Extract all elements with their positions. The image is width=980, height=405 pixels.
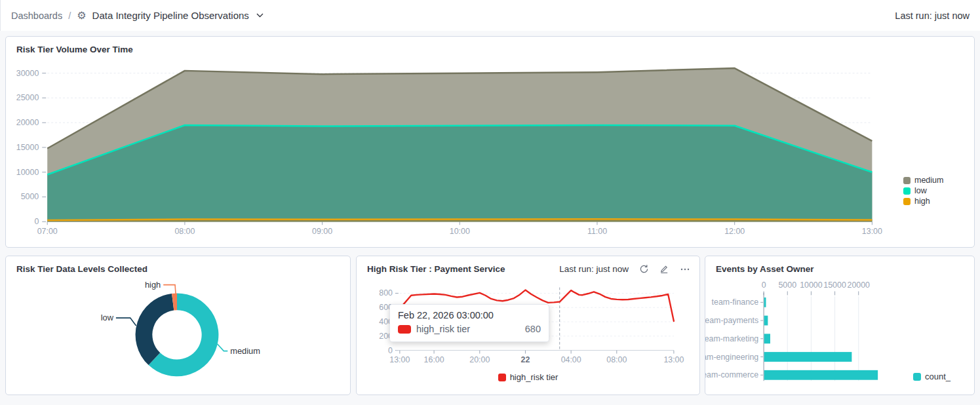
donut-chart[interactable]: mediumlowhigh	[6, 256, 350, 395]
legend-item-high[interactable]: high	[903, 197, 943, 206]
tooltip-timestamp: Feb 22, 2026 03:00:00	[398, 310, 541, 320]
slice-label-low: low	[101, 313, 114, 322]
tooltip-series-label: high_risk tier	[416, 324, 470, 334]
breadcrumb-separator: /	[68, 10, 71, 21]
legend-label: high_risk tier	[510, 372, 559, 382]
slice-label-high: high	[145, 280, 161, 290]
legend-label: high	[914, 197, 930, 206]
legend-item-medium[interactable]: medium	[903, 176, 943, 185]
x-axis-tick: 08:00	[606, 355, 627, 364]
x-axis-tick: 04:00	[561, 355, 581, 364]
y-axis-tick: 5000	[21, 192, 39, 201]
panel-risk-tier-levels: Risk Tier Data Levels Collected mediumlo…	[5, 256, 351, 395]
legend-swatch	[903, 187, 911, 195]
x-axis-tick: 11:00	[587, 227, 607, 236]
tooltip-series-swatch	[398, 325, 411, 334]
x-axis-tick: 20:00	[469, 355, 490, 364]
x-axis-tick: 09:00	[312, 227, 332, 236]
y-axis-tick: 15000	[16, 143, 39, 152]
gear-icon: ⚙	[77, 10, 86, 21]
x-axis-tick: 22	[521, 355, 530, 364]
x-axis-tick: 08:00	[174, 227, 195, 236]
bar-chart-legend[interactable]: count_	[913, 372, 951, 381]
y-axis-tick: 0	[34, 217, 39, 226]
bar-team-finance[interactable]	[764, 298, 766, 307]
slice-label-medium: medium	[230, 346, 260, 356]
panel-events-by-owner: Events by Asset Owner 050001000015000200…	[705, 256, 975, 395]
panel-risk-tier-volume: Risk Tier Volume Over Time 0500010000150…	[5, 36, 975, 248]
bar-team-engineering[interactable]	[764, 352, 852, 362]
x-axis-tick: 5000	[778, 280, 796, 290]
chart-tooltip: Feb 22, 2026 03:00:00 high_risk tier 680	[389, 304, 549, 342]
line-chart-legend[interactable]: high_risk tier	[357, 372, 699, 382]
x-axis-tick: 0	[762, 280, 766, 290]
bar-team-payments[interactable]	[764, 316, 768, 326]
category-label: team-marketing	[705, 334, 758, 343]
legend-swatch	[498, 374, 506, 381]
x-axis-tick: 10000	[800, 280, 823, 290]
legend-label: low	[914, 186, 927, 195]
area-series-low[interactable]	[47, 125, 872, 222]
bar-team-commerce[interactable]	[764, 370, 878, 380]
x-axis-tick: 15000	[823, 280, 846, 290]
legend-swatch	[913, 373, 921, 381]
legend-label: medium	[914, 176, 943, 185]
category-label: team-payments	[705, 316, 758, 325]
dashboard-app: Dashboards / ⚙ Data Integrity Pipeline O…	[0, 0, 980, 405]
chevron-down-icon[interactable]	[256, 13, 264, 18]
tooltip-series-row: high_risk tier 680	[398, 324, 541, 334]
x-axis-tick: 13:00	[389, 355, 410, 364]
x-axis-tick: 07:00	[37, 227, 58, 236]
y-axis-tick: 0	[388, 346, 393, 355]
category-label: team-finance	[712, 298, 759, 307]
panel-high-risk-payment: High Risk Tier : Payment Service Last ru…	[356, 256, 700, 395]
x-axis-tick: 10:00	[450, 227, 470, 236]
bar-team-marketing[interactable]	[764, 334, 770, 343]
top-bar: Dashboards / ⚙ Data Integrity Pipeline O…	[0, 0, 980, 31]
legend-item-low[interactable]: low	[903, 186, 943, 195]
breadcrumb: Dashboards / ⚙ Data Integrity Pipeline O…	[11, 10, 264, 21]
area-chart-legend: mediumlowhigh	[903, 176, 943, 206]
y-axis-tick: 30000	[16, 69, 39, 78]
y-axis-tick: 10000	[16, 168, 39, 177]
x-axis-tick: 13:00	[862, 227, 882, 236]
x-axis-tick: 12:00	[724, 227, 745, 236]
breadcrumb-dashboards-link[interactable]: Dashboards	[11, 10, 62, 21]
x-axis-tick: 20000	[848, 280, 871, 290]
last-run-status: Last run: just now	[895, 10, 970, 21]
legend-label: count_	[925, 372, 951, 381]
y-axis-tick: 25000	[16, 93, 39, 102]
tooltip-series-value: 680	[525, 324, 541, 334]
area-chart[interactable]: 05000100001500020000250003000007:0008:00…	[6, 37, 974, 247]
x-axis-tick: 16:00	[424, 355, 444, 364]
dashboard-title[interactable]: Data Integrity Pipeline Observations	[92, 10, 249, 21]
legend-swatch	[903, 198, 911, 205]
x-axis-tick: 13:00	[663, 355, 684, 364]
donut-slice-low[interactable]	[136, 294, 174, 365]
legend-swatch	[903, 177, 911, 184]
y-axis-tick: 800	[379, 288, 393, 298]
category-label: team-engineering	[705, 353, 758, 362]
category-label: team-commerce	[705, 370, 758, 379]
y-axis-tick: 20000	[16, 118, 39, 127]
